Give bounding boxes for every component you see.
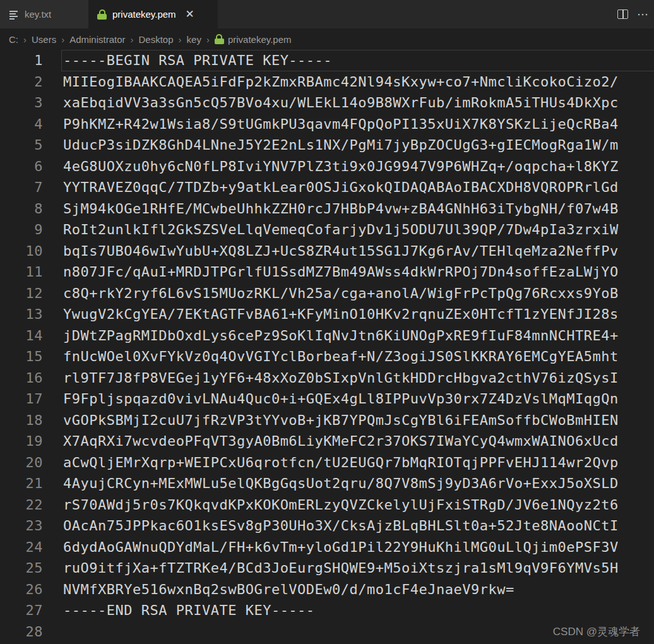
line-number: 21 — [0, 475, 43, 491]
line-number: 16 — [0, 370, 43, 386]
line-content[interactable]: F9Fpljspqazd0vivLNAu4Quc0+i+GQEx4gLl8IPP… — [63, 391, 619, 407]
line-number: 8 — [0, 201, 43, 217]
watermark-text: CSDN @灵魂学者 — [553, 624, 640, 639]
line-number: 15 — [0, 349, 43, 364]
line-content[interactable]: jDWtZPagRMIDbOxdLys6cePz9SoKlIqNvJtn6KiU… — [63, 328, 619, 343]
line-number: 18 — [0, 412, 43, 428]
breadcrumb-item[interactable]: privatekey.pem — [213, 34, 293, 45]
code-line[interactable]: 3xaEbqidVV3a3sGn5cQ57BVo4xu/WLEkL14o9B8W… — [0, 92, 654, 114]
breadcrumb-item[interactable]: C: — [8, 34, 20, 45]
code-line[interactable]: 19X7AqRXi7wcvdeoPFqVT3gyA0Bm6LiyKMeFC2r3… — [0, 431, 654, 452]
breadcrumb-separator: › — [20, 34, 30, 45]
code-line[interactable]: 16rl9TF7J8fP8VEGej1yYF6+48xXoZ0bSIxpVnlG… — [0, 367, 654, 389]
code-line[interactable]: 20aCwQljEMrXqrp+WEIPCxU6qrotfcn/tU2EUGQr… — [0, 452, 654, 474]
code-line[interactable]: 18vGOPkSBMjI2cuU7jfRzVP3tYYvoB+jKB7YPQmJ… — [0, 410, 654, 431]
code-line[interactable]: 15fnUcWOel0XvFYkVz0q4OvVGIYclBorbeaf+N/Z… — [0, 346, 654, 367]
tab-label: key.txt — [25, 9, 51, 20]
code-line[interactable]: 27-----END RSA PRIVATE KEY----- — [0, 600, 654, 621]
line-content[interactable]: rS70AWdj5r0s7KQkqvdKPxKOKOmERLzyQVZCkely… — [63, 497, 619, 513]
vscode-editor-window: key.txt privatekey.pem ✕ ⋯ C:›Users›Admi… — [0, 0, 654, 644]
breadcrumb-item[interactable]: Users — [30, 34, 57, 45]
line-number: 1 — [0, 52, 43, 68]
code-line[interactable]: 4P9hKMZ+R42w1Wsia8/S9tUGmkPU3qavm4FQpQoP… — [0, 114, 654, 135]
line-content[interactable]: P9hKMZ+R42w1Wsia8/S9tUGmkPU3qavm4FQpQoPI… — [63, 116, 619, 132]
code-line[interactable]: 13YwugV2kCgYEA/7EKtAGTFvBA61+KFyMinO10HK… — [0, 304, 654, 325]
breadcrumb-item[interactable]: Desktop — [138, 34, 175, 45]
editor-actions: ⋯ — [617, 0, 654, 28]
close-icon[interactable]: ✕ — [186, 9, 194, 20]
line-number: 3 — [0, 95, 43, 110]
line-content[interactable]: aCwQljEMrXqrp+WEIPCxU6qrotfcn/tU2EUGQr7b… — [63, 455, 619, 470]
line-content[interactable]: -----END RSA PRIVATE KEY----- — [63, 602, 315, 618]
tab-privatekey-pem[interactable]: privatekey.pem ✕ — [88, 0, 218, 28]
line-number: 10 — [0, 243, 43, 259]
code-line[interactable]: 64eG8UOXzu0hy6cN0fLP8IviYNV7PlZ3ti9x0JG9… — [0, 156, 654, 177]
line-content[interactable]: UducP3siDZK8GhD4LNneJ5Y2E2nLs1NX/PgMi7jy… — [63, 137, 619, 153]
code-line[interactable]: 7YYTRAVEZ0qqC/7TDZb+y9atkLear0OSJiGxokQI… — [0, 177, 654, 198]
breadcrumb-item[interactable]: Administrator — [68, 34, 126, 45]
line-content[interactable]: ruO9itfjXa+fTZTRKe4/BCd3JoEurgSHQWE9+M5o… — [63, 560, 619, 576]
code-line[interactable]: 25ruO9itfjXa+fTZTRKe4/BCd3JoEurgSHQWE9+M… — [0, 558, 654, 579]
code-line[interactable]: 214AyujCRCyn+MExMWLu5elQKBgGqsUot2qru/8Q… — [0, 473, 654, 494]
line-content[interactable]: -----BEGIN RSA PRIVATE KEY----- — [63, 52, 332, 68]
breadcrumb-item[interactable]: key — [186, 34, 203, 45]
line-content[interactable]: 4eG8UOXzu0hy6cN0fLP8IviYNV7PlZ3ti9x0JG99… — [63, 158, 619, 174]
breadcrumb-separator: › — [57, 34, 68, 45]
code-line[interactable]: 22rS70AWdj5r0s7KQkqvdKPxKOKOmERLzyQVZCke… — [0, 494, 654, 516]
tab-key-txt[interactable]: key.txt — [0, 0, 88, 28]
breadcrumb-separator: › — [175, 34, 186, 45]
code-line[interactable]: 12c8Q+rkY2ryf6L6vS15MUozRKL/Vh25a/cga+an… — [0, 283, 654, 304]
code-line[interactable]: 246dydAoGAWnuQDYdMaL/FH+k6vTm+yloGd1Pil2… — [0, 537, 654, 558]
line-content[interactable]: X7AqRXi7wcvdeoPFqVT3gyA0Bm6LiyKMeFC2r37O… — [63, 433, 619, 449]
line-content[interactable]: fnUcWOel0XvFYkVz0q4OvVGIYclBorbeaf+N/Z3o… — [63, 349, 619, 364]
line-number: 6 — [0, 158, 43, 174]
line-content[interactable]: 4AyujCRCyn+MExMWLu5elQKBgGqsUot2qru/8Q7V… — [63, 475, 619, 491]
line-content[interactable]: rl9TF7J8fP8VEGej1yYF6+48xXoZ0bSIxpVnlGtk… — [63, 370, 619, 386]
line-number: 9 — [0, 222, 43, 237]
line-content[interactable]: YYTRAVEZ0qqC/7TDZb+y9atkLear0OSJiGxokQID… — [63, 179, 619, 195]
code-line[interactable]: 14jDWtZPagRMIDbOxdLys6cePz9SoKlIqNvJtn6K… — [0, 325, 654, 347]
line-number: 23 — [0, 518, 43, 534]
line-content[interactable]: bqIs7UBO46wIwYubU+XQ8LZJ+UcS8ZR4ut15SG1J… — [63, 243, 619, 259]
code-line[interactable]: 17F9Fpljspqazd0vivLNAu4Quc0+i+GQEx4gLl8I… — [0, 388, 654, 410]
split-editor-icon[interactable] — [617, 9, 628, 19]
line-number: 24 — [0, 539, 43, 555]
text-file-icon — [9, 9, 19, 20]
code-line[interactable]: 5UducP3siDZK8GhD4LNneJ5Y2E2nLs1NX/PgMi7j… — [0, 134, 654, 156]
line-number: 28 — [0, 624, 43, 640]
line-content[interactable]: RoIt2unlkIfl2GkSZSVeLlqVemeqCofarjyDv1j5… — [63, 222, 619, 237]
line-content[interactable]: n807JFc/qAuI+MRDJTPGrlfU1SsdMZ7Bm49AWss4… — [63, 264, 619, 280]
line-content[interactable]: YwugV2kCgYEA/7EKtAGTFvBA61+KFyMinO10HKv2… — [63, 306, 619, 322]
line-content[interactable]: OAcAn75JPPkac6O1ksESv8gP30UHo3X/CksAjzBL… — [63, 518, 619, 534]
line-content[interactable]: c8Q+rkY2ryf6L6vS15MUozRKL/Vh25a/cga+anol… — [63, 285, 619, 301]
code-line[interactable]: 11n807JFc/qAuI+MRDJTPGrlfU1SsdMZ7Bm49AWs… — [0, 261, 654, 283]
line-content[interactable]: 6dydAoGAWnuQDYdMaL/FH+k6vTm+yloGd1Pil22Y… — [63, 539, 619, 555]
line-number: 26 — [0, 581, 43, 597]
line-number: 12 — [0, 285, 43, 301]
code-line[interactable]: 2MIIEogIBAAKCAQEA5iFdFp2kZmxRBAmc42Nl94s… — [0, 71, 654, 93]
line-content[interactable]: vGOPkSBMjI2cuU7jfRzVP3tYYvoB+jKB7YPQmJsC… — [63, 412, 619, 428]
line-number: 14 — [0, 328, 43, 343]
lock-icon — [215, 34, 224, 44]
editor-content: 1-----BEGIN RSA PRIVATE KEY-----2MIIEogI… — [0, 50, 654, 644]
line-content[interactable]: SjM94kOGe1RHfE/MCwbeUhhkZZH0rcJ7HBbP4vw+… — [63, 201, 619, 217]
line-number: 22 — [0, 497, 43, 513]
line-content[interactable]: xaEbqidVV3a3sGn5cQ57BVo4xu/WLEkL14o9B8WX… — [63, 95, 619, 110]
code-line[interactable]: 23OAcAn75JPPkac6O1ksESv8gP30UHo3X/CksAjz… — [0, 515, 654, 537]
line-number: 27 — [0, 602, 43, 618]
line-number: 13 — [0, 306, 43, 322]
line-content[interactable]: NVMfXBRYe516wxnBq2swBOGrelVODEw0/d/mo1cF… — [63, 581, 514, 597]
line-content[interactable]: MIIEogIBAAKCAQEA5iFdFp2kZmxRBAmc42Nl94sK… — [63, 74, 619, 90]
code-line[interactable]: 9RoIt2unlkIfl2GkSZSVeLlqVemeqCofarjyDv1j… — [0, 219, 654, 241]
tab-label: privatekey.pem — [112, 9, 176, 20]
more-actions-icon[interactable]: ⋯ — [637, 8, 649, 21]
code-line[interactable]: 8SjM94kOGe1RHfE/MCwbeUhhkZZH0rcJ7HBbP4vw… — [0, 198, 654, 220]
line-number: 5 — [0, 137, 43, 153]
code-line[interactable]: 10bqIs7UBO46wIwYubU+XQ8LZJ+UcS8ZR4ut15SG… — [0, 241, 654, 262]
line-number: 20 — [0, 455, 43, 470]
code-line[interactable]: 1-----BEGIN RSA PRIVATE KEY----- — [0, 50, 654, 71]
lock-icon — [97, 9, 107, 20]
code-line[interactable]: 26NVMfXBRYe516wxnBq2swBOGrelVODEw0/d/mo1… — [0, 579, 654, 600]
line-number: 17 — [0, 391, 43, 407]
line-number: 19 — [0, 433, 43, 449]
